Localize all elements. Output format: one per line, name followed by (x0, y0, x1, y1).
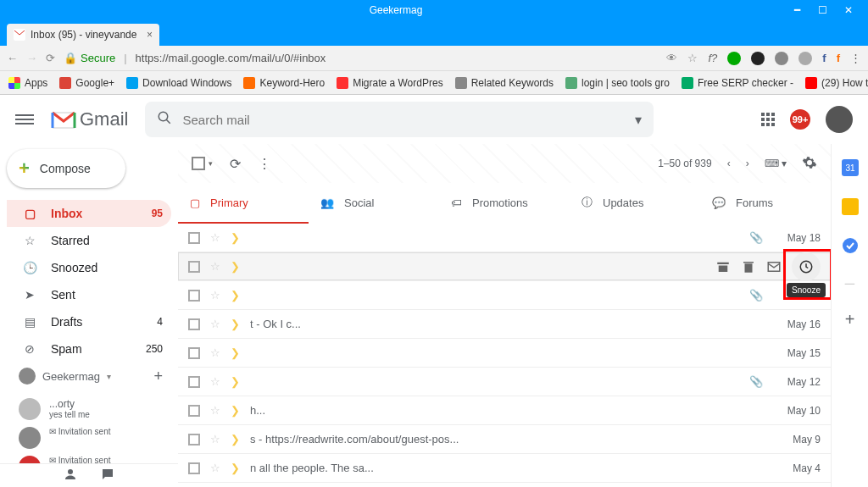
star-toggle[interactable]: ☆ (210, 375, 220, 388)
tab-updates[interactable]: ⓘUpdates (570, 183, 700, 224)
calendar-icon[interactable]: 31 (842, 159, 859, 180)
keep-icon[interactable] (842, 198, 859, 219)
notifications-badge[interactable]: 99+ (790, 109, 810, 130)
main-menu-button[interactable] (15, 114, 34, 125)
tab-forums[interactable]: 💬Forums (700, 183, 831, 224)
refresh-button[interactable]: ⟳ (230, 156, 241, 172)
secure-indicator[interactable]: 🔒 Secure (64, 52, 115, 64)
ext-icon-3[interactable] (775, 52, 788, 65)
more-button[interactable]: ⋮ (258, 156, 271, 172)
mail-row[interactable]: ☆ ❯ 📎May 18 (178, 224, 831, 252)
sidebar-item-spam[interactable]: ⊘Spam250 (7, 335, 171, 362)
archive-icon[interactable] (715, 259, 731, 274)
bookmark-item[interactable]: Apps (8, 77, 47, 89)
browser-tab[interactable]: Inbox (95) - vineyvande × (7, 24, 159, 46)
bookmark-item[interactable]: Related Keywords (455, 77, 554, 89)
select-dropdown-icon[interactable]: ▾ (209, 159, 213, 168)
bookmark-item[interactable]: Keyword-Hero (243, 77, 325, 89)
browser-menu-icon[interactable]: ⋮ (850, 52, 861, 64)
tab-social[interactable]: 👥Social (309, 183, 439, 224)
eye-icon[interactable]: 👁 (666, 52, 677, 64)
bookmark-item[interactable]: Free SERP checker - (682, 77, 793, 89)
ext-facebook-icon[interactable]: f (822, 52, 826, 64)
mail-row[interactable]: ☆ ❯ Snooze (178, 252, 831, 281)
sidebar-item-inbox[interactable]: ▢Inbox95 (7, 200, 171, 227)
nav-reload-button[interactable]: ⟳ (46, 52, 55, 64)
compose-button[interactable]: + Compose (7, 149, 125, 188)
mail-row[interactable]: ☆ ❯ s - https://readwrite.com/about/gues… (178, 425, 831, 454)
search-input[interactable] (182, 113, 625, 127)
importance-marker[interactable]: ❯ (231, 346, 240, 359)
tab-close-icon[interactable]: × (147, 29, 153, 41)
input-tools-icon[interactable]: ⌨ ▾ (765, 158, 787, 169)
star-toggle[interactable]: ☆ (210, 289, 220, 302)
ext-scriptf-icon[interactable]: f? (708, 52, 717, 64)
nav-back-button[interactable]: ← (7, 52, 18, 64)
importance-marker[interactable]: ❯ (231, 289, 240, 302)
window-maximize-button[interactable]: ☐ (810, 4, 836, 16)
mail-checkbox[interactable] (188, 405, 200, 417)
importance-marker[interactable]: ❯ (231, 462, 240, 474)
sidebar-item-snoozed[interactable]: 🕒Snoozed (7, 254, 171, 281)
importance-marker[interactable]: ❯ (231, 375, 240, 388)
hangout-contact[interactable]: ...ortyyes tell me (7, 395, 171, 423)
star-toggle[interactable]: ☆ (210, 404, 220, 417)
bookmark-item[interactable]: Download Windows (126, 77, 231, 89)
search-options-icon[interactable]: ▾ (635, 112, 642, 128)
gmail-logo[interactable]: Gmail (51, 108, 128, 130)
label-row[interactable]: Geekermag ▾ + (7, 362, 171, 390)
importance-marker[interactable]: ❯ (231, 231, 240, 244)
delete-icon[interactable] (741, 259, 756, 274)
mail-row[interactable]: ☆ ❯ PM, ... May 3 (178, 483, 831, 487)
mail-row[interactable]: ☆ ❯ n all the people. The sa... May 4 (178, 454, 831, 483)
ext-icon-4[interactable] (798, 52, 812, 65)
url-field[interactable]: https://mail.google.com/mail/u/0/#inbox (136, 52, 659, 64)
search-icon[interactable] (157, 110, 172, 129)
mail-checkbox[interactable] (188, 261, 200, 273)
mail-row[interactable]: ☆ ❯ h... May 10 (178, 396, 831, 425)
mail-checkbox[interactable] (188, 318, 200, 330)
mail-checkbox[interactable] (188, 462, 200, 474)
star-toggle[interactable]: ☆ (210, 318, 220, 330)
mail-row[interactable]: ☆ ❯ 📎May 12 (178, 368, 831, 396)
add-addon-icon[interactable]: + (845, 310, 855, 329)
mail-checkbox[interactable] (188, 376, 200, 388)
mail-checkbox[interactable] (188, 290, 200, 302)
star-icon[interactable]: ☆ (687, 52, 698, 64)
nav-forward-button[interactable]: → (26, 52, 37, 64)
bookmark-item[interactable]: Google+ (59, 77, 114, 89)
account-avatar[interactable] (826, 106, 853, 133)
importance-marker[interactable]: ❯ (231, 260, 240, 273)
importance-marker[interactable]: ❯ (231, 404, 240, 417)
mail-checkbox[interactable] (188, 347, 200, 359)
mail-row[interactable]: ☆ ❯ t - Ok I c... May 16 (178, 310, 831, 339)
google-apps-button[interactable] (761, 113, 775, 126)
bookmark-item[interactable]: login | seo tools gro (565, 77, 670, 89)
mail-checkbox[interactable] (188, 434, 200, 445)
tab-primary[interactable]: ▢Primary (178, 183, 309, 224)
hangout-contact[interactable]: ✉ Invitation sent (7, 423, 171, 452)
star-toggle[interactable]: ☆ (210, 346, 220, 359)
next-page-button[interactable]: › (746, 158, 749, 169)
bookmark-item[interactable]: (29) How to create a (805, 77, 868, 89)
star-toggle[interactable]: ☆ (210, 433, 220, 445)
ext-icon-1[interactable] (727, 52, 741, 65)
ext-firefox-icon[interactable]: f (837, 52, 840, 64)
hangouts-chat-icon[interactable] (100, 467, 115, 485)
sidebar-item-sent[interactable]: ➤Sent (7, 281, 171, 308)
star-toggle[interactable]: ☆ (210, 462, 220, 474)
bookmark-item[interactable]: Migrate a WordPres (337, 77, 442, 89)
snooze-button[interactable] (792, 252, 821, 281)
mark-read-icon[interactable] (766, 259, 782, 274)
prev-page-button[interactable]: ‹ (727, 158, 731, 169)
ext-icon-2[interactable] (751, 52, 765, 65)
sidebar-item-drafts[interactable]: ▤Drafts4 (7, 308, 171, 335)
tasks-icon[interactable] (842, 237, 859, 257)
add-label-button[interactable]: + (153, 368, 163, 385)
importance-marker[interactable]: ❯ (231, 318, 240, 330)
mail-row[interactable]: ☆ ❯ May 15 (178, 339, 831, 368)
importance-marker[interactable]: ❯ (231, 433, 240, 445)
star-toggle[interactable]: ☆ (210, 260, 220, 273)
select-all-checkbox[interactable] (192, 157, 205, 170)
mail-row[interactable]: ☆ ❯ 📎 (178, 281, 831, 310)
